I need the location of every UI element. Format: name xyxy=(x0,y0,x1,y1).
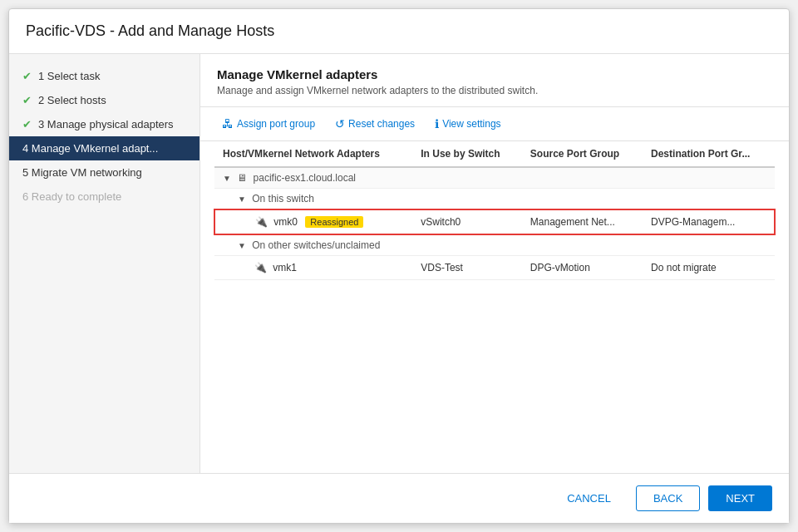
toolbar: 🖧 Assign port group ↺ Reset changes ℹ Vi… xyxy=(200,107,789,141)
reset-changes-icon: ↺ xyxy=(335,117,345,131)
main-content: Manage VMkernel adapters Manage and assi… xyxy=(200,54,789,473)
view-settings-button[interactable]: ℹ View settings xyxy=(426,114,509,134)
collapse-icon: ▼ xyxy=(223,174,231,183)
vmkernel-icon-vmk1: 🔌 xyxy=(254,262,267,273)
vmk1-adapter-name: vmk1 xyxy=(273,262,297,273)
back-button[interactable]: BACK xyxy=(636,485,700,511)
host-group-row[interactable]: ▼ 🖥 pacific-esx1.cloud.local xyxy=(214,167,775,189)
dialog-title: Pacific-VDS - Add and Manage Hosts xyxy=(9,9,789,54)
check-icon-step1: ✔ xyxy=(22,70,32,82)
table-container: Host/VMkernel Network Adapters In Use by… xyxy=(200,141,789,473)
subgroup-collapse-icon1: ▼ xyxy=(238,195,246,204)
subgroup-collapse-icon2: ▼ xyxy=(238,241,246,250)
check-icon-step3: ✔ xyxy=(22,118,32,131)
assign-port-group-button[interactable]: 🖧 Assign port group xyxy=(214,114,323,134)
other-switches-label: On other switches/unclaimed xyxy=(252,239,380,251)
col-header-source: Source Port Group xyxy=(522,141,643,167)
vmk0-source: Management Net... xyxy=(522,209,643,234)
next-button[interactable]: NEXT xyxy=(708,485,772,511)
host-name: pacific-esx1.cloud.local xyxy=(254,172,356,184)
on-this-switch-row: ▼ On this switch xyxy=(214,189,775,210)
sidebar-item-step1[interactable]: ✔ 1 Select task xyxy=(9,64,200,88)
cancel-button[interactable]: CANCEL xyxy=(550,485,628,511)
reassigned-badge: Reassigned xyxy=(305,216,363,228)
dialog-footer: CANCEL BACK NEXT xyxy=(9,473,789,523)
vmk0-row[interactable]: 🔌 vmk0 Reassigned vSwitch0 Management Ne… xyxy=(214,209,775,234)
view-settings-icon: ℹ xyxy=(435,117,439,131)
vmk1-source: DPG-vMotion xyxy=(522,256,643,280)
check-icon-step2: ✔ xyxy=(22,94,32,106)
col-header-inuse: In Use by Switch xyxy=(412,141,522,167)
dialog: Pacific-VDS - Add and Manage Hosts ✔ 1 S… xyxy=(8,8,790,524)
vmk1-row[interactable]: 🔌 vmk1 VDS-Test DPG-vMotion Do not migra… xyxy=(214,256,775,280)
on-this-switch-label: On this switch xyxy=(252,193,314,204)
adapters-table: Host/VMkernel Network Adapters In Use by… xyxy=(214,141,776,280)
content-header: Manage VMkernel adapters Manage and assi… xyxy=(200,54,789,107)
sidebar-item-step6: 6 Ready to complete xyxy=(9,185,200,209)
sidebar-item-step5[interactable]: 5 Migrate VM networking xyxy=(9,160,200,185)
content-description: Manage and assign VMkernel network adapt… xyxy=(217,85,772,96)
sidebar-item-step2[interactable]: ✔ 2 Select hosts xyxy=(9,88,200,112)
vmk1-inuse: VDS-Test xyxy=(412,256,522,280)
vmk0-adapter-name: vmk0 xyxy=(273,216,298,228)
reset-changes-button[interactable]: ↺ Reset changes xyxy=(327,114,423,134)
sidebar-item-step4[interactable]: 4 Manage VMkernel adapt... xyxy=(9,136,200,160)
vmkernel-icon-vmk0: 🔌 xyxy=(255,216,268,228)
sidebar: ✔ 1 Select task ✔ 2 Select hosts ✔ 3 Man… xyxy=(9,54,200,473)
col-header-adapter: Host/VMkernel Network Adapters xyxy=(214,141,412,167)
col-header-dest: Destination Port Gr... xyxy=(643,141,775,167)
content-heading: Manage VMkernel adapters xyxy=(217,67,772,81)
vmk1-dest: Do not migrate xyxy=(643,256,775,280)
host-icon: 🖥 xyxy=(237,172,247,184)
sidebar-item-step3[interactable]: ✔ 3 Manage physical adapters xyxy=(9,112,200,136)
vmk0-inuse: vSwitch0 xyxy=(412,209,522,234)
other-switches-row: ▼ On other switches/unclaimed xyxy=(214,234,775,256)
vmk0-dest: DVPG-Managem... xyxy=(643,209,775,234)
dialog-body: ✔ 1 Select task ✔ 2 Select hosts ✔ 3 Man… xyxy=(9,54,789,473)
assign-port-group-icon: 🖧 xyxy=(222,117,234,131)
